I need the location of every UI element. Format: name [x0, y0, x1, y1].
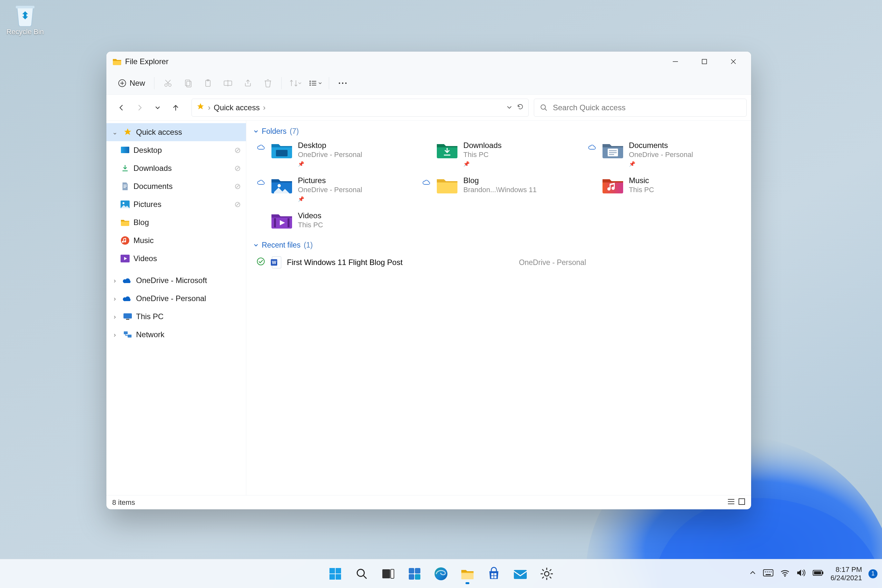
file-explorer-button[interactable]: [456, 562, 479, 585]
sidebar-label: Videos: [134, 254, 157, 263]
folders-group-header[interactable]: Folders (7): [252, 125, 746, 140]
refresh-icon: [517, 103, 524, 110]
clock[interactable]: 8:17 PM 6/24/2021: [830, 566, 862, 582]
paste-button[interactable]: [199, 75, 217, 91]
sidebar-downloads[interactable]: Downloads ⊘: [106, 159, 246, 177]
tray-overflow-button[interactable]: [749, 569, 756, 578]
search-box[interactable]: Search Quick access: [534, 99, 747, 117]
file-explorer-icon: [112, 57, 122, 66]
large-icons-view-button[interactable]: [738, 498, 746, 507]
keyboard-icon[interactable]: [763, 569, 774, 579]
minimize-button[interactable]: [661, 52, 690, 70]
sidebar-network[interactable]: › Network: [106, 326, 246, 344]
recent-locations-button[interactable]: [149, 99, 166, 116]
share-button[interactable]: [239, 75, 257, 91]
search-button[interactable]: [350, 562, 373, 585]
up-button[interactable]: [167, 99, 184, 116]
sidebar-this-pc[interactable]: › This PC: [106, 308, 246, 326]
edge-button[interactable]: [429, 562, 453, 585]
folder-desktop[interactable]: Desktop OneDrive - Personal 📌: [255, 140, 411, 168]
grid-view-icon: [738, 498, 746, 505]
forward-button[interactable]: [131, 99, 148, 116]
sidebar-onedrive-personal[interactable]: › OneDrive - Personal: [106, 290, 246, 308]
mail-button[interactable]: [509, 562, 532, 585]
cut-button[interactable]: [159, 75, 177, 91]
store-button[interactable]: [482, 562, 506, 585]
back-button[interactable]: [113, 99, 130, 116]
view-button[interactable]: [306, 75, 324, 91]
folder-videos[interactable]: Videos This PC: [255, 210, 411, 231]
sort-icon: [289, 79, 298, 87]
wifi-icon[interactable]: [780, 569, 790, 579]
sidebar-documents[interactable]: Documents ⊘: [106, 177, 246, 195]
rename-button[interactable]: [219, 75, 237, 91]
sidebar-pictures[interactable]: Pictures ⊘: [106, 195, 246, 213]
recent-group-header[interactable]: Recent files (1): [252, 239, 746, 254]
folder-location: This PC: [298, 221, 323, 229]
titlebar[interactable]: File Explorer: [106, 52, 751, 72]
group-count: (1): [304, 241, 313, 249]
folder-name: Pictures: [298, 176, 362, 185]
svg-point-37: [123, 202, 124, 204]
sidebar-onedrive-microsoft[interactable]: › OneDrive - Microsoft: [106, 272, 246, 290]
sort-button[interactable]: [286, 75, 304, 91]
view-icon: [309, 80, 318, 87]
svg-line-84: [542, 569, 544, 571]
system-tray: 8:17 PM 6/24/2021 1: [749, 566, 878, 582]
folder-blog[interactable]: Blog Brandon...\Windows 11: [421, 175, 576, 203]
pin-icon: 📌: [298, 196, 362, 202]
chevron-down-icon: [298, 81, 302, 85]
address-dropdown-button[interactable]: [507, 103, 512, 112]
file-location: OneDrive - Personal: [519, 258, 586, 267]
new-button-label: New: [130, 79, 145, 88]
svg-rect-74: [491, 573, 494, 575]
recent-file[interactable]: W First Windows 11 Flight Blog Post OneD…: [252, 254, 746, 272]
close-button[interactable]: [719, 52, 748, 70]
chevron-down-icon: [507, 105, 512, 110]
chevron-right-icon: ›: [110, 313, 119, 320]
sidebar-videos[interactable]: Videos: [106, 249, 246, 268]
more-button[interactable]: [334, 75, 352, 91]
pin-icon: 📌: [629, 161, 693, 167]
svg-rect-41: [126, 319, 129, 320]
chevron-down-icon: [254, 243, 258, 248]
recycle-bin[interactable]: Recycle Bin: [6, 3, 45, 36]
task-view-button[interactable]: [376, 562, 400, 585]
sidebar-label: Desktop: [134, 146, 162, 155]
details-view-button[interactable]: [727, 498, 735, 507]
pin-icon: ⊘: [234, 146, 241, 155]
folder-pictures[interactable]: Pictures OneDrive - Personal 📌: [255, 175, 411, 203]
maximize-button[interactable]: [690, 52, 719, 70]
address-bar[interactable]: › Quick access›: [192, 99, 529, 117]
arrow-right-icon: [135, 104, 144, 112]
chevron-down-icon: ⌄: [110, 128, 119, 136]
notification-badge[interactable]: 1: [868, 569, 878, 578]
copy-button[interactable]: [179, 75, 197, 91]
widgets-button[interactable]: [403, 562, 426, 585]
pictures-folder-icon: [270, 176, 293, 194]
sidebar-blog[interactable]: Blog: [106, 213, 246, 231]
svg-rect-70: [409, 574, 414, 580]
svg-rect-33: [123, 185, 127, 185]
sidebar-desktop[interactable]: Desktop ⊘: [106, 141, 246, 159]
sidebar-quick-access[interactable]: ⌄ Quick access: [106, 123, 246, 141]
volume-icon[interactable]: [796, 568, 806, 579]
folder-downloads[interactable]: Downloads This PC 📌: [421, 140, 576, 168]
battery-icon[interactable]: [812, 570, 824, 578]
svg-rect-47: [609, 152, 617, 153]
folder-music[interactable]: Music This PC: [586, 175, 742, 203]
svg-rect-75: [494, 573, 496, 575]
folder-name: Blog: [463, 176, 536, 185]
download-icon: [120, 163, 130, 173]
start-button[interactable]: [324, 562, 347, 585]
settings-button[interactable]: [535, 562, 558, 585]
folder-documents[interactable]: Documents OneDrive - Personal 📌: [586, 140, 742, 168]
sidebar-music[interactable]: Music: [106, 231, 246, 249]
cloud-sync-icon: [588, 145, 597, 150]
svg-rect-61: [336, 568, 341, 573]
new-button[interactable]: New: [114, 75, 150, 91]
breadcrumb-root[interactable]: Quick access: [214, 103, 260, 112]
delete-button[interactable]: [259, 75, 277, 91]
refresh-button[interactable]: [517, 103, 524, 112]
sidebar-label: Downloads: [134, 164, 172, 173]
